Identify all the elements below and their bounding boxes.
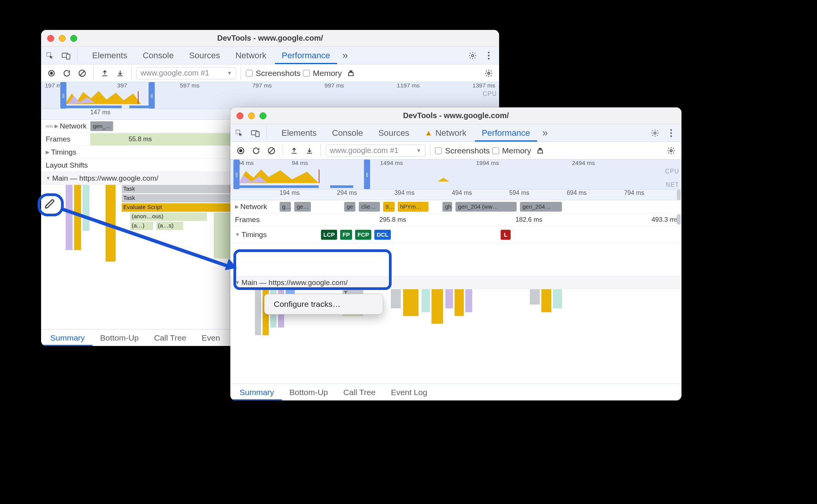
- svg-point-4: [488, 51, 490, 53]
- screenshots-checkbox[interactable]: Screenshots: [246, 69, 301, 78]
- reload-record-button[interactable]: [250, 144, 263, 157]
- event-log-tab[interactable]: Even: [194, 329, 228, 346]
- long-task-marker: L: [501, 230, 511, 240]
- window-title: DevTools - www.google.com/: [41, 34, 499, 43]
- svg-point-5: [488, 54, 490, 56]
- tab-network[interactable]: Network: [228, 47, 273, 64]
- timeline-overview[interactable]: 197 ms 397 597 ms 797 ms 997 ms 1197 ms …: [41, 82, 499, 109]
- record-button[interactable]: [45, 67, 58, 80]
- screenshots-checkbox[interactable]: Screenshots: [435, 146, 490, 155]
- timings-track[interactable]: ▼Timings LCP FP FCP DCL L: [230, 226, 681, 243]
- kebab-menu-icon[interactable]: [664, 126, 678, 140]
- svg-rect-26: [330, 185, 353, 188]
- inspect-element-icon[interactable]: [232, 126, 246, 140]
- settings-gear-icon[interactable]: [648, 126, 662, 140]
- settings-gear-icon[interactable]: [465, 48, 480, 63]
- network-request-chip[interactable]: gen_...: [90, 121, 113, 131]
- tracks-panel: 194 ms 294 ms 394 ms 494 ms 594 ms 694 m…: [230, 189, 681, 339]
- window-title: DevTools - www.google.com/: [230, 111, 681, 120]
- more-tabs-icon[interactable]: »: [539, 127, 552, 139]
- memory-checkbox[interactable]: Memory: [492, 146, 531, 155]
- svg-rect-11: [64, 105, 122, 108]
- svg-rect-12: [129, 105, 149, 108]
- network-request-chip[interactable]: hPYm…: [398, 202, 428, 212]
- panel-tabs: Elements Console Sources Network Perform…: [41, 47, 499, 64]
- download-profile-icon[interactable]: [114, 67, 127, 80]
- garbage-collect-icon[interactable]: [534, 144, 547, 157]
- window-titlebar[interactable]: DevTools - www.google.com/: [230, 107, 681, 124]
- devtools-window-2: DevTools - www.google.com/ Elements Cons…: [230, 107, 681, 400]
- panel-tabs: Elements Console Sources ▲ Network Perfo…: [230, 124, 681, 142]
- more-tabs-icon[interactable]: »: [339, 49, 352, 61]
- flame-bar[interactable]: Task: [122, 185, 237, 193]
- inspect-element-icon[interactable]: [43, 48, 57, 63]
- overview-ticks: 197 ms 397 597 ms 797 ms 997 ms 1197 ms …: [41, 82, 499, 89]
- network-request-chip[interactable]: ge…: [294, 202, 311, 212]
- tab-console[interactable]: Console: [136, 47, 181, 64]
- context-menu: Configure tracks…: [264, 294, 383, 315]
- tab-sources[interactable]: Sources: [182, 47, 227, 64]
- network-track[interactable]: ▶Network g… ge… ge clie… 9… hPYm… gh gen…: [230, 200, 681, 213]
- recording-selector[interactable]: www.google.com #1▼: [136, 67, 236, 79]
- svg-rect-25: [238, 185, 319, 188]
- clear-button[interactable]: [265, 144, 278, 157]
- configure-tracks-menu-item[interactable]: Configure tracks…: [265, 297, 383, 311]
- recording-selector[interactable]: www.google.com #1▼: [326, 145, 425, 157]
- tab-console[interactable]: Console: [325, 124, 370, 142]
- capture-settings-gear-icon[interactable]: [482, 67, 495, 80]
- range-handle-left[interactable]: [60, 82, 66, 109]
- call-tree-tab[interactable]: Call Tree: [336, 384, 383, 400]
- svg-point-8: [50, 72, 53, 74]
- device-toolbar-icon[interactable]: [248, 126, 263, 140]
- summary-tab[interactable]: Summary: [232, 384, 282, 400]
- network-request-chip[interactable]: 9…: [383, 202, 395, 212]
- tab-performance[interactable]: Performance: [275, 47, 337, 64]
- upload-profile-icon[interactable]: [288, 144, 301, 157]
- performance-toolbar: www.google.com #1▼ Screenshots Memory: [41, 64, 499, 82]
- pencil-icon[interactable]: [45, 199, 55, 209]
- network-request-chip[interactable]: g…: [280, 202, 291, 212]
- record-button[interactable]: [234, 144, 247, 157]
- capture-settings-gear-icon[interactable]: [665, 144, 678, 157]
- scrollbar-thumb[interactable]: [677, 214, 681, 225]
- tab-sources[interactable]: Sources: [371, 124, 416, 142]
- device-toolbar-icon[interactable]: [59, 48, 73, 63]
- lcp-badge: LCP: [321, 230, 337, 240]
- clear-button[interactable]: [76, 67, 89, 80]
- bottom-up-tab[interactable]: Bottom-Up: [93, 329, 146, 346]
- window-titlebar[interactable]: DevTools - www.google.com/: [41, 30, 499, 47]
- tab-elements[interactable]: Elements: [275, 124, 324, 142]
- summary-tab[interactable]: Summary: [43, 329, 93, 346]
- network-request-chip[interactable]: ge: [344, 202, 356, 212]
- download-profile-icon[interactable]: [303, 144, 316, 157]
- bottom-up-tab[interactable]: Bottom-Up: [282, 384, 336, 400]
- main-thread-track[interactable]: ▼Main — https://www.google.com/: [230, 276, 681, 289]
- call-tree-tab[interactable]: Call Tree: [146, 329, 194, 346]
- svg-point-22: [239, 149, 242, 152]
- svg-point-17: [654, 132, 656, 134]
- upload-profile-icon[interactable]: [98, 67, 111, 80]
- network-request-chip[interactable]: clie…: [359, 202, 380, 212]
- svg-point-6: [488, 58, 490, 59]
- reload-record-button[interactable]: [60, 67, 73, 80]
- event-log-tab[interactable]: Event Log: [383, 384, 435, 400]
- tab-network[interactable]: ▲ Network: [418, 124, 473, 142]
- timeline-overview[interactable]: 494 ms 94 ms 1494 ms 1994 ms 2494 ms CPU…: [230, 160, 681, 189]
- scrollbar-thumb[interactable]: [677, 189, 681, 200]
- garbage-collect-icon[interactable]: [344, 67, 357, 80]
- range-handle-right[interactable]: [364, 160, 370, 189]
- network-request-chip[interactable]: gen_204 (ww…: [455, 202, 517, 212]
- frames-track[interactable]: Frames 295.8 ms 182.6 ms 493.3 ms: [230, 213, 681, 226]
- kebab-menu-icon[interactable]: [481, 48, 496, 63]
- tab-elements[interactable]: Elements: [85, 47, 134, 64]
- memory-checkbox[interactable]: Memory: [303, 69, 342, 78]
- network-request-chip[interactable]: gen_204…: [520, 202, 562, 212]
- svg-point-24: [670, 150, 672, 152]
- fcp-badge: FCP: [355, 230, 371, 240]
- range-handle-left[interactable]: [233, 160, 240, 189]
- network-request-chip[interactable]: gh: [442, 202, 452, 212]
- range-handle-right[interactable]: [149, 82, 155, 109]
- frame-duration: 295.8 ms: [379, 216, 406, 224]
- tab-performance[interactable]: Performance: [475, 124, 537, 142]
- frame-duration: 55.8 ms: [129, 135, 152, 143]
